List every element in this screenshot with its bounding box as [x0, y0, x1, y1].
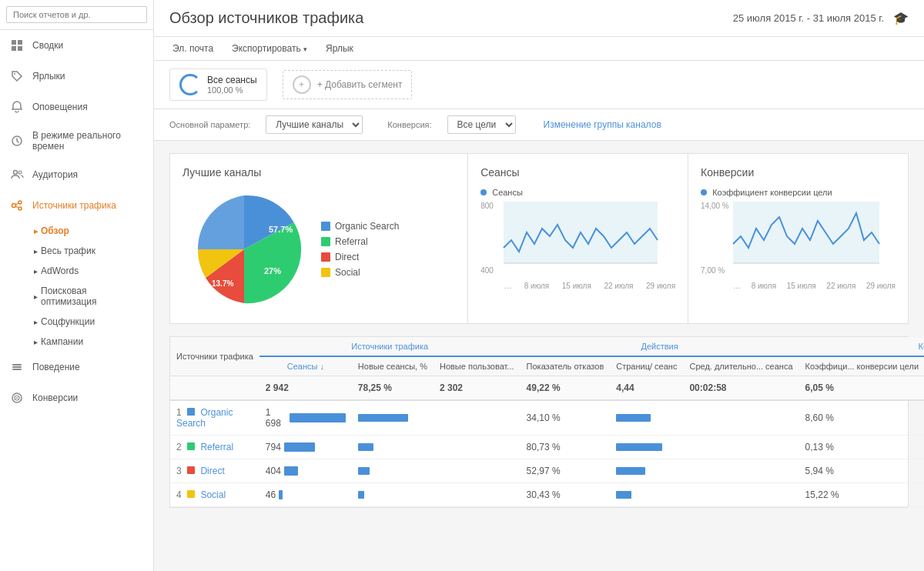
row3-new-users	[434, 459, 521, 483]
arrow-icon	[9, 198, 25, 213]
row1-new-pct	[352, 400, 434, 436]
sessions-line-svg	[504, 202, 658, 279]
sidebar-sub-poiskovaya[interactable]: Поисковая оптимизация	[25, 281, 153, 312]
svg-text:57.7%: 57.7%	[269, 225, 293, 234]
charts-area: Лучшие каналы 57.7% 27% 13.7%	[169, 153, 909, 324]
export-button[interactable]: Экспортировать ▾	[229, 42, 310, 55]
legend-dot-organic	[321, 222, 330, 231]
svg-point-4	[14, 73, 15, 75]
sidebar-item-yarlyki-label: Ярлыки	[32, 71, 65, 82]
row2-dot	[187, 442, 195, 450]
sidebar-sub-sotz[interactable]: Соцфункции	[25, 312, 153, 332]
totals-duration: 00:02:58	[683, 376, 798, 401]
sidebar-item-realtime[interactable]: В режиме реального времен	[0, 122, 153, 159]
col-pages[interactable]: Страниц/ сеанс	[610, 356, 683, 376]
main-param-select[interactable]: Лучшие каналы	[266, 115, 363, 134]
svg-line-11	[16, 203, 19, 205]
sidebar-sub-obzor[interactable]: Обзор	[25, 221, 153, 241]
sidebar-item-konversii-label: Конверсии	[32, 392, 78, 403]
table-row: 1 Organic Search 1 698 34,10 %	[170, 400, 924, 436]
search-container	[0, 0, 153, 30]
row4-dot	[187, 490, 195, 498]
add-segment-button[interactable]: + + Добавить сегмент	[283, 70, 413, 99]
totals-new-pct: 78,25 %	[352, 376, 434, 401]
col-duration[interactable]: Сред. длительно... сеанса	[683, 356, 798, 376]
svg-rect-15	[12, 369, 22, 370]
row3-newpct-bar	[358, 467, 370, 475]
row2-sessions-bar	[284, 442, 315, 452]
legend-dot-referral	[321, 237, 330, 246]
sidebar-item-opoveshcheniya[interactable]: Оповещения	[0, 92, 153, 122]
data-table-section: Источники трафика Источники трафика Дейс…	[169, 336, 909, 508]
row4-new-pct	[352, 483, 434, 507]
svg-rect-2	[12, 46, 16, 51]
sidebar-item-realtime-label: В режиме реального времен	[32, 130, 144, 152]
change-group-link[interactable]: Изменение группы каналов	[544, 119, 661, 130]
sidebar-sub-ves-trafik[interactable]: Весь трафик	[25, 241, 153, 261]
row2-channel: 2 Referral	[170, 436, 259, 459]
row3-sessions-bar	[284, 466, 298, 476]
row3-channel-link[interactable]: Direct	[200, 466, 224, 476]
totals-new-users: 2 302	[434, 376, 521, 401]
sidebar-item-svodki[interactable]: Сводки	[0, 30, 153, 61]
row2-new-users	[434, 436, 521, 459]
totals-label	[170, 376, 259, 401]
legend-direct: Direct	[321, 252, 399, 262]
col-conv-rate[interactable]: Коэффици... конверсии цели	[799, 356, 924, 376]
search-input[interactable]	[6, 6, 147, 23]
svg-line-12	[16, 206, 19, 208]
sidebar-item-auditoriya[interactable]: Аудитория	[0, 159, 153, 190]
email-button[interactable]: Эл. почта	[169, 42, 216, 55]
row1-sessions: 1 698	[259, 400, 352, 436]
sidebar-sub-adwords-label: AdWords	[41, 265, 79, 276]
sidebar-sub-adwords[interactable]: AdWords	[25, 261, 153, 281]
row1-channel-link[interactable]: Organic Search	[176, 407, 233, 429]
row4-channel: 4 Social	[170, 483, 259, 507]
segment-donut-icon	[179, 74, 201, 95]
row4-sessions-bar	[279, 490, 283, 499]
sidebar-item-konversii[interactable]: Конверсии	[0, 382, 153, 413]
tag-icon	[9, 68, 25, 84]
row2-newpct-bar	[358, 443, 373, 451]
table-col-headers: Сеансы ↓ Новые сеансы, % Новые пользоват…	[170, 356, 924, 376]
sidebar-item-istochniki[interactable]: Источники трафика	[0, 190, 153, 221]
bell-icon	[9, 99, 25, 115]
add-circle-icon: +	[293, 75, 311, 94]
row4-bounce: 30,43 %	[521, 483, 611, 507]
col-new-users[interactable]: Новые пользоват...	[434, 356, 521, 376]
main-content: Обзор источников трафика 25 июля 2015 г.…	[154, 0, 924, 571]
col-bounce[interactable]: Показатель отказов	[521, 356, 611, 376]
graduate-icon[interactable]: 🎓	[893, 11, 909, 25]
all-sessions-segment[interactable]: Все сеансы 100,00 %	[169, 68, 267, 101]
row3-bounce: 52,97 %	[521, 459, 611, 483]
row2-new-pct	[352, 436, 434, 459]
svg-rect-13	[12, 364, 22, 366]
row3-sessions: 404	[259, 459, 352, 483]
row2-sessions: 794	[259, 436, 352, 459]
col-new-sessions[interactable]: Новые сеансы, %	[352, 356, 434, 376]
tag-button[interactable]: Ярлык	[323, 42, 357, 55]
conversions-chart-section: Конверсии Коэффициент конверсии цели 14,…	[688, 154, 908, 323]
sidebar-sub-ves-label: Весь трафик	[41, 245, 95, 256]
sidebar-sub-kampanii[interactable]: Кампании	[25, 332, 153, 352]
svg-text:27%: 27%	[264, 266, 281, 275]
date-range: 25 июля 2015 г. - 31 июля 2015 г.	[733, 12, 884, 24]
conversions-chart-title: Конверсии	[701, 166, 896, 179]
col-channel[interactable]: Источники трафика	[170, 337, 259, 376]
totals-bounce: 49,22 %	[521, 376, 611, 401]
conv-y-axis: 14,00 % 7,00 %	[701, 202, 729, 275]
conversion-select[interactable]: Все цели	[447, 115, 516, 134]
row4-conv: 15,22 %	[799, 483, 924, 507]
row1-pages-bar	[616, 414, 651, 422]
conversions-legend: Коэффициент конверсии цели	[701, 188, 896, 197]
row3-duration	[683, 459, 798, 483]
sidebar-item-yarlyki[interactable]: Ярлыки	[0, 61, 153, 92]
sidebar-item-povedenie[interactable]: Поведение	[0, 352, 153, 382]
row4-pages	[610, 483, 683, 507]
row2-channel-link[interactable]: Referral	[200, 442, 233, 452]
row4-channel-link[interactable]: Social	[200, 489, 226, 500]
legend-label-direct: Direct	[335, 252, 359, 262]
row4-newpct-bar	[358, 491, 364, 499]
row1-bounce: 34,10 %	[521, 400, 611, 436]
col-sessions[interactable]: Сеансы ↓	[259, 356, 352, 376]
